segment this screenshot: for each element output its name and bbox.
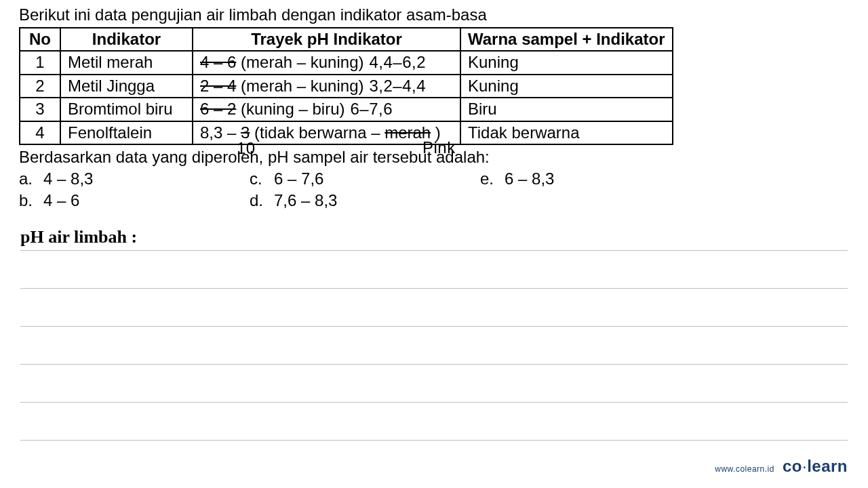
option-e: e. 6 – 8,3 <box>480 169 711 188</box>
cell-trayek: 6 – 2 (kuning – biru) 6–7,6 <box>193 98 460 121</box>
hand-correction: 3,2–4,4 <box>369 75 426 97</box>
cell-no: 4 <box>20 121 60 144</box>
intro-text: Berikut ini data pengujian air limbah de… <box>19 5 849 24</box>
ph-title: pH air limbah : <box>20 227 137 247</box>
th-no: No <box>20 28 60 51</box>
color-range: (merah – kuning) <box>236 77 363 95</box>
table-row: 1 Metil merah 4 – 6 (merah – kuning) 4,4… <box>20 51 673 74</box>
option-a: a. 4 – 8,3 <box>19 169 250 188</box>
option-text: 6 – 7,6 <box>274 169 323 188</box>
option-letter: d. <box>250 191 264 210</box>
trayek-mid: (tidak berwarna – <box>250 123 384 142</box>
cell-no: 3 <box>20 98 60 121</box>
cell-indikator: Metil merah <box>60 51 193 74</box>
hand-annotation-10: 10 <box>237 139 256 158</box>
table-row: 2 Metil Jingga 2 – 4 (merah – kuning) 3,… <box>20 75 673 98</box>
ruled-line <box>20 403 848 441</box>
th-warna: Warna sampel + Indikator <box>460 28 673 51</box>
cell-no: 1 <box>20 51 60 74</box>
ruled-line <box>20 365 848 403</box>
cell-indikator: Fenolftalein <box>60 121 193 144</box>
ruled-line <box>20 251 848 289</box>
th-indikator: Indikator <box>60 28 193 51</box>
option-c: c. 6 – 7,6 <box>250 169 480 188</box>
ruled-line <box>20 289 848 327</box>
trayek-pre: 8,3 – <box>200 123 241 142</box>
option-text: 4 – 8,3 <box>43 169 93 188</box>
cell-indikator: Metil Jingga <box>60 75 193 98</box>
footer-url: www.colearn.id <box>715 464 774 474</box>
cell-trayek: 2 – 4 (merah – kuning) 3,2–4,4 <box>193 75 460 98</box>
ruled-line: pH air limbah : <box>20 224 848 251</box>
logo-pre: co <box>783 457 802 475</box>
cell-warna: Tidak berwarna <box>460 121 673 144</box>
th-trayek: Trayek pH Indikator <box>193 28 460 51</box>
question-block: Berikut ini data pengujian air limbah de… <box>0 0 868 210</box>
option-text: 4 – 6 <box>43 191 79 210</box>
cell-indikator: Bromtimol biru <box>60 98 193 121</box>
colearn-logo: co·learn <box>783 457 848 476</box>
table-row: 3 Bromtimol biru 6 – 2 (kuning – biru) 6… <box>20 98 673 121</box>
struck-range: 6 – 2 <box>200 100 236 118</box>
footer: www.colearn.id co·learn <box>715 457 848 476</box>
cell-warna: Biru <box>460 98 673 121</box>
option-text: 6 – 8,3 <box>505 169 554 188</box>
cell-trayek: 4 – 6 (merah – kuning) 4,4–6,2 <box>193 51 460 74</box>
data-table: No Indikator Trayek pH Indikator Warna s… <box>19 27 673 145</box>
hand-correction: 4,4–6,2 <box>369 52 426 73</box>
option-b: b. 4 – 6 <box>19 191 250 210</box>
struck-range: 4 – 6 <box>200 53 236 71</box>
option-text: 7,6 – 8,3 <box>274 191 337 210</box>
struck-range: 2 – 4 <box>200 77 236 95</box>
option-letter: e. <box>480 169 495 188</box>
logo-post: learn <box>807 457 848 475</box>
hand-annotation-pink: Pink <box>422 138 456 157</box>
hand-correction: 6–7,6 <box>350 98 393 120</box>
color-range: (merah – kuning) <box>236 53 363 71</box>
option-letter: a. <box>19 169 34 188</box>
option-letter: c. <box>250 169 264 188</box>
answer-options: a. 4 – 8,3 c. 6 – 7,6 e. 6 – 8,3 b. 4 – … <box>19 169 849 210</box>
cell-trayek: 8,3 – 3 (tidak berwarna – merah ) <box>193 121 460 144</box>
ruled-area: pH air limbah : <box>20 224 848 441</box>
table-row: 4 Fenolftalein 8,3 – 3 (tidak berwarna –… <box>20 121 673 144</box>
cell-warna: Kuning <box>460 75 673 98</box>
color-range: (kuning – biru) <box>236 100 344 118</box>
ruled-line <box>20 327 848 365</box>
option-letter: b. <box>19 191 34 210</box>
cell-warna: Kuning <box>460 51 673 74</box>
option-d: d. 7,6 – 8,3 <box>250 191 480 210</box>
cell-no: 2 <box>20 75 60 98</box>
